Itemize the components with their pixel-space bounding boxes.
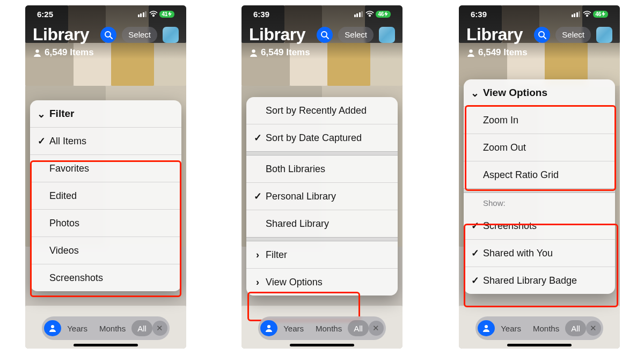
item-count: 6,549 Items xyxy=(33,47,94,58)
zoom-in[interactable]: Zoom In xyxy=(464,106,615,134)
show-screenshots[interactable]: ✓Screenshots xyxy=(464,212,615,239)
segment-years[interactable]: Years xyxy=(495,320,527,336)
profile-button[interactable] xyxy=(596,27,612,43)
bottom-toolbar: Years Months All ✕ xyxy=(241,316,402,340)
check-icon: ✓ xyxy=(470,220,480,232)
both-libraries[interactable]: Both Libraries xyxy=(246,156,398,182)
item-count: 6,549 Items xyxy=(466,47,528,58)
bottom-toolbar: Years Months All ✕ xyxy=(25,316,186,340)
status-bar: 6:39 46 xyxy=(241,5,402,23)
chevron-down-icon: ⌄ xyxy=(470,87,480,99)
item-count: 6,549 Items xyxy=(249,47,310,58)
chevron-right-icon: › xyxy=(253,249,262,261)
segment-years[interactable]: Years xyxy=(61,320,93,336)
check-icon: ✓ xyxy=(470,247,480,259)
page-title: Library xyxy=(249,25,317,45)
filter-item-all[interactable]: ✓ All Items xyxy=(30,127,181,154)
chevron-down-icon: ⌄ xyxy=(36,108,46,120)
svg-line-9 xyxy=(544,36,546,39)
select-button[interactable]: Select xyxy=(122,27,157,43)
people-filter-button[interactable] xyxy=(478,320,495,336)
home-indicator[interactable] xyxy=(74,344,138,346)
segment-years[interactable]: Years xyxy=(277,320,310,336)
segment-all[interactable]: All xyxy=(131,320,152,336)
svg-line-5 xyxy=(326,36,328,39)
filter-submenu[interactable]: ›Filter xyxy=(246,241,398,268)
battery-icon: 41 xyxy=(159,11,174,18)
svg-point-6 xyxy=(252,49,255,53)
segment-months[interactable]: Months xyxy=(310,320,348,336)
profile-button[interactable] xyxy=(163,27,179,43)
segment-months[interactable]: Months xyxy=(527,320,565,336)
library-header: Library Select xyxy=(25,25,186,45)
wifi-icon xyxy=(583,11,591,17)
people-filter-button[interactable] xyxy=(260,320,277,336)
filter-item-favorites[interactable]: Favorites xyxy=(30,154,181,182)
wifi-icon xyxy=(365,11,374,17)
filter-menu-header[interactable]: ⌄ Filter xyxy=(30,100,181,127)
library-header: Library Select xyxy=(241,25,402,45)
status-bar: 6:25 41 xyxy=(25,5,186,23)
show-shared-with-you[interactable]: ✓Shared with You xyxy=(464,239,615,267)
cellular-icon xyxy=(138,11,147,17)
segment-all[interactable]: All xyxy=(348,320,369,336)
segment-months[interactable]: Months xyxy=(93,320,131,336)
svg-point-7 xyxy=(267,325,270,328)
status-bar: 6:39 46 xyxy=(459,5,620,23)
screenshot-2: 6:39 46 Library Select 6,549 Items Sort … xyxy=(241,5,402,349)
library-header: Library Select xyxy=(459,25,620,45)
chevron-right-icon: › xyxy=(253,277,262,288)
filter-item-videos[interactable]: Videos xyxy=(30,237,181,264)
options-menu: Sort by Recently Added ✓Sort by Date Cap… xyxy=(246,97,398,295)
search-button[interactable] xyxy=(317,27,333,43)
shared-library[interactable]: Shared Library xyxy=(246,210,398,237)
svg-point-10 xyxy=(469,49,472,53)
view-options-header[interactable]: ⌄View Options xyxy=(464,79,615,106)
show-shared-library-badge[interactable]: ✓Shared Library Badge xyxy=(464,267,615,294)
page-title: Library xyxy=(33,25,100,45)
home-indicator[interactable] xyxy=(507,344,572,346)
filter-item-edited[interactable]: Edited xyxy=(30,182,181,209)
sort-date-captured[interactable]: ✓Sort by Date Captured xyxy=(246,124,398,151)
filter-item-screenshots[interactable]: Screenshots xyxy=(30,264,181,291)
show-section-label: Show: xyxy=(464,193,615,212)
profile-button[interactable] xyxy=(379,27,395,43)
svg-point-11 xyxy=(485,325,488,328)
cellular-icon xyxy=(354,11,363,17)
screenshot-3: 6:39 46 Library Select 6,549 Items ⌄View… xyxy=(459,5,620,349)
clock: 6:25 xyxy=(37,10,53,19)
check-icon: ✓ xyxy=(253,132,262,144)
filter-menu: ⌄ Filter ✓ All Items Favorites Edited Ph… xyxy=(30,100,181,291)
aspect-ratio-grid[interactable]: Aspect Ratio Grid xyxy=(464,161,615,188)
view-options-submenu[interactable]: ›View Options xyxy=(246,268,398,295)
home-indicator[interactable] xyxy=(290,344,354,346)
clock: 6:39 xyxy=(253,10,269,19)
close-button[interactable]: ✕ xyxy=(152,321,167,336)
page-title: Library xyxy=(466,25,534,45)
battery-icon: 46 xyxy=(376,11,391,18)
filter-item-photos[interactable]: Photos xyxy=(30,209,181,237)
zoom-out[interactable]: Zoom Out xyxy=(464,134,615,161)
people-filter-button[interactable] xyxy=(44,320,61,336)
check-icon: ✓ xyxy=(470,275,480,286)
check-icon: ✓ xyxy=(253,190,262,202)
cellular-icon xyxy=(572,11,581,17)
svg-line-1 xyxy=(110,36,112,39)
select-button[interactable]: Select xyxy=(555,27,591,43)
battery-icon: 46 xyxy=(593,11,608,18)
clock: 6:39 xyxy=(471,10,487,19)
close-button[interactable]: ✕ xyxy=(586,321,601,336)
close-button[interactable]: ✕ xyxy=(369,321,384,336)
screenshot-1: 6:25 41 Library Select 6,549 Items ⌄ Fil… xyxy=(25,5,186,349)
svg-point-2 xyxy=(35,49,39,53)
bottom-toolbar: Years Months All ✕ xyxy=(459,316,620,340)
wifi-icon xyxy=(149,11,158,17)
personal-library[interactable]: ✓Personal Library xyxy=(246,182,398,210)
check-icon: ✓ xyxy=(36,135,46,147)
search-button[interactable] xyxy=(100,27,116,43)
select-button[interactable]: Select xyxy=(338,27,374,43)
search-button[interactable] xyxy=(534,27,550,43)
sort-recently-added[interactable]: Sort by Recently Added xyxy=(246,97,398,124)
view-options-menu: ⌄View Options Zoom In Zoom Out Aspect Ra… xyxy=(464,79,615,294)
segment-all[interactable]: All xyxy=(565,320,586,336)
